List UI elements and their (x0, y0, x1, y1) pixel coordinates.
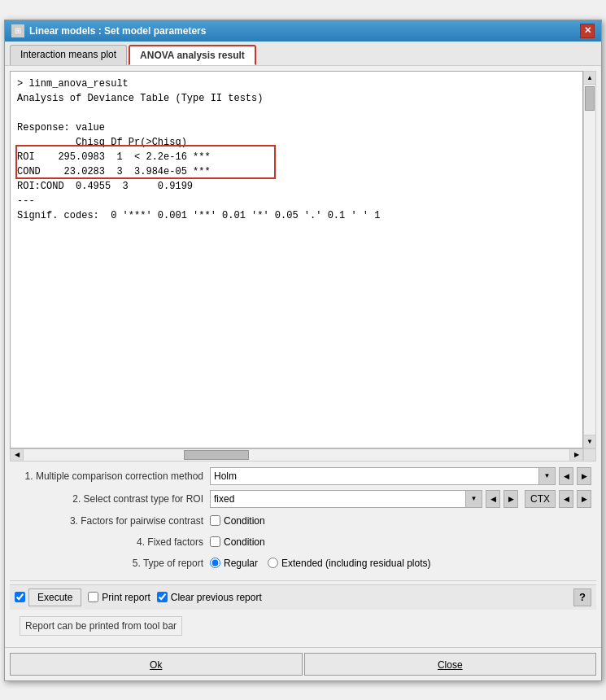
execute-label: Execute (15, 588, 81, 606)
contrast-dropdown-arrow[interactable]: ▼ (465, 491, 482, 507)
pairwise-label: 3. Factors for pairwise contrast (15, 515, 210, 527)
correction-next-btn[interactable]: ▶ (577, 467, 591, 485)
output-wrapper: > linm_anova_result Analysis of Deviance… (10, 71, 596, 462)
ctx-next-btn[interactable]: ▶ (577, 490, 591, 508)
clear-checkbox[interactable] (157, 592, 168, 602)
radio-extended-label: Extended (including residual plots) (268, 558, 430, 569)
correction-control: Holm ▼ ◀ ▶ (210, 467, 591, 485)
param-row-contrast: 2. Select contrast type for ROI fixed ▼ … (15, 488, 591, 510)
tab-bar: Interaction means plot ANOVA analysis re… (5, 42, 601, 66)
tab-anova[interactable]: ANOVA analysis result (129, 45, 256, 65)
fixed-control: Condition (210, 536, 591, 548)
contrast-label: 2. Select contrast type for ROI (15, 493, 210, 505)
pairwise-checkbox-text: Condition (224, 515, 265, 527)
ok-button[interactable]: Ok (10, 653, 303, 676)
contrast-value: fixed (211, 493, 465, 505)
scroll-right-button[interactable]: ▶ (569, 449, 582, 461)
clear-report-label: Clear previous report (157, 592, 262, 603)
param-row-correction: 1. Multiple comparison correction method… (15, 465, 591, 488)
scroll-up-button[interactable]: ▲ (584, 72, 595, 85)
correction-label: 1. Multiple comparison correction method (15, 470, 210, 482)
output-text: > linm_anova_result Analysis of Deviance… (17, 77, 576, 223)
print-report-label: Print report (88, 592, 150, 603)
radio-regular-text: Regular (224, 558, 258, 569)
scroll-down-button[interactable]: ▼ (584, 435, 595, 448)
correction-dropdown[interactable]: Holm ▼ (210, 467, 556, 485)
correction-value: Holm (211, 470, 538, 482)
fixed-checkbox-text: Condition (224, 536, 265, 548)
execute-checkbox[interactable] (15, 592, 25, 602)
param-row-fixed: 4. Fixed factors Condition (15, 532, 591, 553)
param-row-report-type: 5. Type of report Regular Extended (incl… (15, 553, 591, 574)
contrast-prev-btn[interactable]: ◀ (486, 490, 500, 508)
execute-button[interactable]: Execute (28, 588, 81, 606)
contrast-dropdown[interactable]: fixed ▼ (210, 490, 482, 508)
radio-regular-label: Regular (210, 558, 258, 569)
bottom-buttons: Execute Print report Clear previous repo… (10, 584, 596, 610)
window-icon: ⊞ (11, 24, 24, 37)
close-button-footer[interactable]: Close (304, 653, 597, 676)
fixed-label: 4. Fixed factors (15, 536, 210, 548)
title-bar: ⊞ Linear models : Set model parameters ✕ (5, 20, 601, 42)
radio-extended[interactable] (268, 558, 278, 568)
report-note: Report can be printed from tool bar (20, 616, 182, 636)
report-type-control: Regular Extended (including residual plo… (210, 558, 591, 569)
correction-dropdown-arrow[interactable]: ▼ (538, 468, 555, 484)
clear-text: Clear previous report (171, 592, 262, 603)
print-text: Print report (102, 592, 150, 603)
pairwise-checkbox[interactable] (210, 515, 220, 526)
content-area: > linm_anova_result Analysis of Deviance… (5, 66, 601, 647)
radio-regular[interactable] (210, 558, 220, 568)
pairwise-control: Condition (210, 515, 591, 527)
divider (10, 580, 596, 581)
param-row-pairwise: 3. Factors for pairwise contrast Conditi… (15, 510, 591, 532)
tab-interaction[interactable]: Interaction means plot (10, 45, 127, 65)
scroll-thumb[interactable] (585, 86, 595, 111)
scrollbar-corner (583, 448, 596, 462)
window-title: Linear models : Set model parameters (29, 25, 206, 37)
params-section: 1. Multiple comparison correction method… (10, 462, 596, 577)
report-type-label: 5. Type of report (15, 558, 210, 569)
contrast-next-btn[interactable]: ▶ (504, 490, 518, 508)
contrast-control: fixed ▼ ◀ ▶ CTX ◀ ▶ (210, 490, 591, 508)
report-note-area: Report can be printed from tool bar (10, 610, 596, 642)
report-type-radio-group: Regular Extended (including residual plo… (210, 558, 430, 569)
horizontal-scrollbar[interactable]: ◀ ▶ (10, 448, 583, 462)
radio-extended-text: Extended (including residual plots) (281, 558, 430, 569)
vertical-scrollbar[interactable]: ▲ ▼ (583, 71, 596, 448)
close-button[interactable]: ✕ (580, 24, 595, 38)
output-panel[interactable]: > linm_anova_result Analysis of Deviance… (10, 71, 583, 448)
ctx-box: CTX (525, 490, 556, 508)
print-checkbox[interactable] (88, 592, 98, 602)
footer-buttons: Ok Close (5, 647, 601, 680)
correction-prev-btn[interactable]: ◀ (559, 467, 573, 485)
fixed-checkbox-label: Condition (210, 536, 265, 548)
pairwise-checkbox-label: Condition (210, 515, 265, 527)
h-scroll-thumb[interactable] (184, 450, 249, 460)
fixed-checkbox[interactable] (210, 536, 220, 547)
ctx-prev-btn[interactable]: ◀ (559, 490, 573, 508)
scroll-left-button[interactable]: ◀ (11, 449, 24, 461)
main-window: ⊞ Linear models : Set model parameters ✕… (4, 20, 602, 681)
help-button[interactable]: ? (573, 588, 591, 606)
